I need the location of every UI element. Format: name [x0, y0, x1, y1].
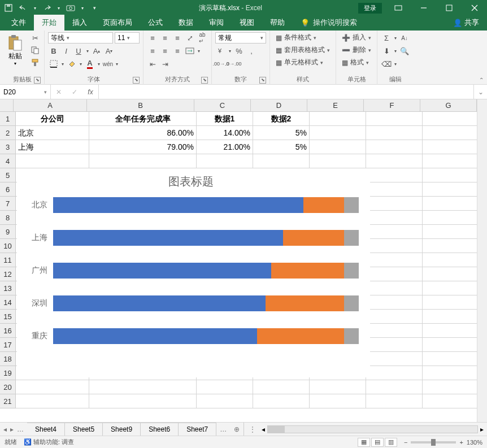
- row-header[interactable]: 20: [0, 380, 16, 394]
- vertical-scrollbar[interactable]: [477, 99, 487, 422]
- enter-formula-icon[interactable]: ✓: [67, 88, 82, 96]
- redo-icon[interactable]: [42, 3, 52, 13]
- cell[interactable]: [423, 267, 477, 281]
- cell[interactable]: [366, 239, 423, 253]
- tell-me[interactable]: 💡 操作说明搜索: [293, 15, 365, 31]
- cell[interactable]: [366, 267, 423, 281]
- align-bottom-icon[interactable]: ≡: [172, 32, 183, 44]
- column-header[interactable]: E: [307, 99, 364, 111]
- cell[interactable]: 北京: [16, 126, 89, 140]
- maximize-icon[interactable]: [436, 0, 462, 16]
- delete-cells-button[interactable]: ➖删除▾: [340, 45, 373, 55]
- cell[interactable]: [366, 168, 423, 182]
- cell[interactable]: 86.00%: [89, 126, 197, 140]
- tab-file[interactable]: 文件: [3, 15, 34, 31]
- cell[interactable]: [310, 140, 366, 154]
- scroll-right-icon[interactable]: ▸: [480, 425, 484, 433]
- select-all-corner[interactable]: [0, 99, 14, 111]
- cell[interactable]: [89, 394, 197, 408]
- cell[interactable]: [253, 394, 310, 408]
- cell[interactable]: [423, 324, 477, 338]
- share-button[interactable]: 👤 共享: [445, 15, 487, 31]
- font-color-icon[interactable]: A: [84, 58, 95, 69]
- cell[interactable]: [197, 380, 253, 394]
- cell[interactable]: [366, 182, 423, 197]
- horizontal-scrollbar[interactable]: ◂ ▸: [258, 423, 487, 436]
- cell[interactable]: [366, 281, 423, 295]
- row-header[interactable]: 10: [0, 239, 16, 253]
- cell[interactable]: [423, 253, 477, 267]
- tab-overflow-icon[interactable]: …: [216, 423, 230, 436]
- cell[interactable]: [366, 140, 423, 154]
- comma-icon[interactable]: ,: [246, 45, 257, 56]
- cell[interactable]: [310, 394, 366, 408]
- row-header[interactable]: 4: [0, 154, 16, 168]
- cell[interactable]: [366, 197, 423, 211]
- align-top-icon[interactable]: ≡: [147, 32, 158, 44]
- tab-insert[interactable]: 插入: [64, 15, 95, 31]
- fill-dd-icon[interactable]: ▾: [393, 45, 398, 56]
- conditional-format-button[interactable]: ▦条件格式▾: [273, 32, 332, 43]
- cell[interactable]: [366, 338, 423, 352]
- percent-icon[interactable]: %: [233, 45, 245, 56]
- cell[interactable]: [89, 380, 197, 394]
- increase-font-icon[interactable]: A▴: [91, 45, 102, 56]
- camera-icon[interactable]: [66, 3, 76, 13]
- accessibility-status[interactable]: ♿ 辅助功能: 调查: [24, 438, 74, 446]
- decrease-decimal-icon[interactable]: .0→.00: [228, 58, 239, 69]
- row-header[interactable]: 2: [0, 126, 16, 140]
- acct-dd-icon[interactable]: ▾: [228, 45, 232, 56]
- align-left-icon[interactable]: ≡: [147, 45, 158, 56]
- decrease-indent-icon[interactable]: ⇤: [147, 58, 158, 69]
- fx-icon[interactable]: fx: [82, 88, 98, 96]
- font-name-combo[interactable]: 等线▾: [48, 32, 113, 44]
- redo-dropdown-icon[interactable]: ▾: [56, 3, 61, 13]
- cell[interactable]: 79.00%: [89, 140, 197, 154]
- row-header[interactable]: 8: [0, 211, 16, 225]
- cell[interactable]: [423, 211, 477, 225]
- pagelayout-view-icon[interactable]: ▤: [371, 438, 384, 447]
- tab-split-icon[interactable]: ⋮: [247, 423, 258, 436]
- cell[interactable]: [366, 310, 423, 324]
- underline-dd-icon[interactable]: ▾: [85, 45, 90, 56]
- cell[interactable]: [423, 394, 477, 408]
- cell[interactable]: [366, 394, 423, 408]
- sort-filter-icon[interactable]: A↓: [399, 32, 410, 44]
- cell[interactable]: [197, 394, 253, 408]
- cancel-formula-icon[interactable]: ✕: [51, 88, 67, 96]
- cell[interactable]: [310, 380, 366, 394]
- column-header[interactable]: C: [194, 99, 251, 111]
- cell[interactable]: [89, 154, 197, 168]
- zoom-level[interactable]: 130%: [467, 439, 482, 446]
- cell[interactable]: [423, 281, 477, 295]
- sheet-tab[interactable]: Sheet7: [179, 423, 216, 436]
- cell[interactable]: [423, 338, 477, 352]
- sheet-tab[interactable]: Sheet4: [27, 423, 65, 436]
- cell[interactable]: [366, 225, 423, 239]
- cell[interactable]: [253, 380, 310, 394]
- accounting-icon[interactable]: ¥: [215, 45, 227, 56]
- row-header[interactable]: 11: [0, 253, 16, 267]
- phonetic-dd-icon[interactable]: ▾: [115, 58, 119, 69]
- row-header[interactable]: 1: [0, 112, 16, 126]
- decrease-font-icon[interactable]: A▾: [103, 45, 115, 56]
- row-header[interactable]: 16: [0, 324, 16, 338]
- insert-cells-button[interactable]: ➕插入▾: [340, 32, 373, 43]
- column-header[interactable]: F: [364, 99, 420, 111]
- cell[interactable]: [423, 239, 477, 253]
- minimize-icon[interactable]: [411, 0, 436, 16]
- bold-icon[interactable]: B: [48, 45, 59, 56]
- wrap-text-icon[interactable]: ab↵: [197, 32, 208, 44]
- collapse-ribbon-icon[interactable]: ⌃: [479, 77, 484, 83]
- cell[interactable]: [366, 126, 423, 140]
- tab-home[interactable]: 开始: [34, 15, 64, 31]
- expand-formula-icon[interactable]: ⌄: [473, 85, 487, 99]
- qat-customize-icon[interactable]: ▾: [89, 3, 99, 13]
- cell[interactable]: [310, 112, 366, 126]
- zoom-slider[interactable]: [411, 441, 456, 443]
- clear-icon[interactable]: ⌫: [381, 58, 392, 69]
- align-center-icon[interactable]: ≡: [159, 45, 171, 56]
- cut-icon[interactable]: ✂: [29, 32, 41, 44]
- save-icon[interactable]: [3, 3, 14, 13]
- column-header[interactable]: G: [420, 99, 477, 111]
